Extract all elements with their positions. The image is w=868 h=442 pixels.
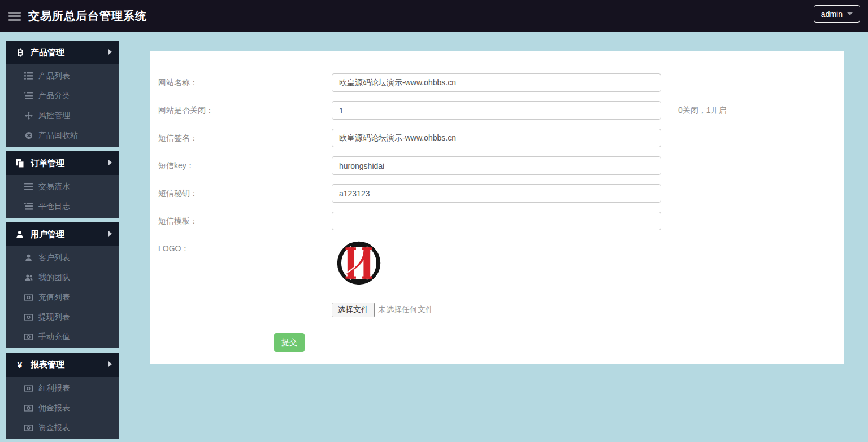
field-label: LOGO： [150,239,332,287]
chevron-down-icon [847,12,853,15]
move-arrows-icon [24,112,33,120]
list-icon [24,72,33,80]
field-hint: 0关闭，1开启 [678,101,727,120]
sidebar-item-label: 红利报表 [38,383,70,393]
submenu-users: 客户列表 我的团队 充值列表 提现列表 [6,246,119,348]
sidebar-item-product-category[interactable]: 产品分类 [6,86,119,106]
field-label: 短信key： [150,156,332,175]
money-bill-icon [24,385,33,392]
money-bill-icon [24,294,33,301]
site-name-input[interactable] [332,73,661,92]
chevron-right-icon [108,231,112,237]
copy-files-icon [14,159,25,168]
topbar: 交易所总后台管理系统 admin [0,0,868,32]
field-label: 网站名称： [150,73,332,92]
sidebar-item-withdraw-list[interactable]: 提现列表 [6,307,119,327]
form-row-logo: LOGO： [150,239,844,287]
money-bill-icon [24,405,33,412]
users-group-icon [24,274,33,281]
sidebar-header-label: 用户管理 [31,229,64,240]
sidebar-header-reports[interactable]: ¥ 报表管理 [6,353,119,377]
page-title: 交易所总后台管理系统 [28,8,147,24]
sidebar-item-label: 资金报表 [38,423,70,433]
submenu-reports: 红利报表 佣金报表 资金报表 [6,377,119,439]
sidebar-item-label: 平仓日志 [38,202,70,212]
sidebar-section-reports: ¥ 报表管理 红利报表 佣金报表 资金报表 [6,353,119,439]
field-label: 网站是否关闭： [150,101,332,120]
sidebar-header-orders[interactable]: 订单管理 [6,151,119,175]
user-icon [14,230,25,238]
field-label: 短信模板： [150,212,332,230]
sidebar-item-product-list[interactable]: 产品列表 [6,66,119,86]
form-row-sms-key: 短信key： [150,156,844,175]
form-row-site-name: 网站名称： [150,73,844,92]
sidebar-header-products[interactable]: 产品管理 [6,41,119,64]
sidebar-item-label: 交易流水 [38,182,70,192]
sidebar-item-label: 产品列表 [38,71,70,81]
sidebar-item-label: 我的团队 [38,273,70,283]
sidebar-header-label: 产品管理 [31,47,64,58]
field-label: 短信秘钥： [150,184,332,203]
sms-key-input[interactable] [332,156,661,175]
hamburger-menu-icon[interactable] [8,12,21,21]
sidebar-item-close-position-log[interactable]: 平仓日志 [6,196,119,216]
form-row-sms-template: 短信模板： [150,212,844,230]
username-label: admin [821,10,843,19]
bitcoin-icon [14,48,25,57]
chevron-right-icon [108,49,112,55]
site-logo-image [335,239,383,287]
sidebar-item-label: 产品回收站 [38,130,78,141]
sidebar-item-label: 客户列表 [38,253,70,263]
list-icon [24,183,33,190]
sidebar-item-label: 产品分类 [38,91,70,101]
submenu-products: 产品列表 产品分类 风控管理 产品回收站 [6,64,119,147]
sidebar-header-label: 报表管理 [31,360,64,370]
sidebar-item-trade-flow[interactable]: 交易流水 [6,177,119,196]
sidebar: 产品管理 产品列表 产品分类 风控管理 [6,41,119,442]
sidebar-item-label: 充值列表 [38,292,70,303]
sidebar-header-label: 订单管理 [31,158,64,169]
sidebar-item-label: 风控管理 [38,111,70,121]
form-row-sms-signature: 短信签名： [150,129,844,147]
sidebar-item-label: 提现列表 [38,312,70,322]
settings-card: 网站名称： 网站是否关闭： 0关闭，1开启 短信签名： 短信key： 短信秘钥：… [150,51,844,364]
sidebar-item-risk-management[interactable]: 风控管理 [6,106,119,125]
x-circle-icon [24,132,33,139]
list-indent-icon [24,203,33,210]
sidebar-item-commission-report[interactable]: 佣金报表 [6,398,119,418]
logo-upload-row: 选择文件 未选择任何文件 [332,303,844,317]
sms-template-input[interactable] [332,212,661,230]
sidebar-item-label: 手动充值 [38,332,70,342]
field-label: 短信签名： [150,129,332,147]
sidebar-item-deposit-list[interactable]: 充值列表 [6,287,119,307]
sidebar-section-products: 产品管理 产品列表 产品分类 风控管理 [6,41,119,147]
sidebar-item-dividend-report[interactable]: 红利报表 [6,378,119,398]
money-bill-icon [24,314,33,321]
sms-secret-input[interactable] [332,184,661,203]
sidebar-item-product-recycle[interactable]: 产品回收站 [6,125,119,145]
sidebar-item-manual-deposit[interactable]: 手动充值 [6,327,119,347]
sidebar-section-users: 用户管理 客户列表 我的团队 充值列表 [6,222,119,348]
chevron-right-icon [108,361,112,367]
submit-button[interactable]: 提交 [274,333,305,352]
money-bill-icon [24,334,33,340]
list-indent-icon [24,92,33,99]
site-closed-input[interactable] [332,101,661,120]
chevron-right-icon [108,160,112,165]
sidebar-item-customer-list[interactable]: 客户列表 [6,248,119,268]
file-status-text: 未选择任何文件 [378,305,433,315]
sidebar-item-my-team[interactable]: 我的团队 [6,268,119,287]
user-icon [24,254,33,261]
yen-icon: ¥ [14,360,25,370]
sidebar-section-orders: 订单管理 交易流水 平仓日志 [6,151,119,218]
sidebar-item-funds-report[interactable]: 资金报表 [6,418,119,437]
form-row-sms-secret: 短信秘钥： [150,184,844,203]
form-row-site-closed: 网站是否关闭： 0关闭，1开启 [150,101,844,120]
submenu-orders: 交易流水 平仓日志 [6,175,119,218]
money-bill-icon [24,425,33,431]
sidebar-item-label: 佣金报表 [38,403,70,413]
sidebar-header-users[interactable]: 用户管理 [6,222,119,246]
sms-signature-input[interactable] [332,129,661,147]
user-dropdown[interactable]: admin [814,5,860,23]
choose-file-button[interactable]: 选择文件 [332,303,375,317]
